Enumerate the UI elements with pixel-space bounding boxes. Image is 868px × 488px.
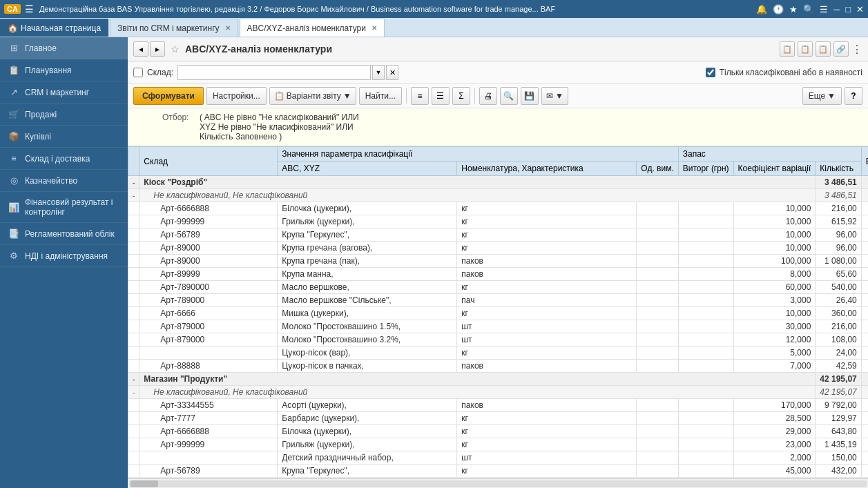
sidebar-item-warehouse[interactable]: ≡ Склад і доставка <box>0 148 128 170</box>
variants-button[interactable]: 📋 Варіанти звіту ▼ <box>269 87 356 105</box>
scroll-track[interactable] <box>129 480 867 487</box>
favorites-icon[interactable]: ★ <box>789 4 798 14</box>
tab-crm-close[interactable]: ✕ <box>225 24 231 32</box>
find-button[interactable]: Найти... <box>359 87 402 105</box>
warehouse-input[interactable] <box>177 65 371 80</box>
table-row[interactable]: Арт-789000 Масло вершкове "Сільське", па… <box>128 294 869 307</box>
table-row[interactable]: Детский праздничный набор, шт 2,000 150,… <box>128 451 869 465</box>
cell-vartist-gr <box>861 255 868 268</box>
expand-cell <box>128 412 139 425</box>
table-row[interactable]: Арт-7890000 Масло вершкове, кг 60,000 54… <box>128 281 869 294</box>
sidebar-item-regulated[interactable]: 📑 Регламентований облік <box>0 223 128 245</box>
form-button[interactable]: Сформувати <box>133 87 204 105</box>
sidebar-item-main[interactable]: ⊞ Главное <box>0 37 128 59</box>
cell-nomenklatura: Молоко "Простоквашино 1.5%, <box>278 320 457 333</box>
sigma-icon-btn[interactable]: Σ <box>452 87 470 105</box>
close-icon[interactable]: ✕ <box>856 4 864 14</box>
cell-vitorh <box>637 399 678 412</box>
forward-button[interactable]: ► <box>150 41 165 57</box>
cell-articul: Арт-56789 <box>139 228 278 242</box>
table-row[interactable]: Арт-999999 Грильяж (цукерки), кг 23,000 … <box>128 438 869 451</box>
table-row[interactable]: Арт-88888 Цукор-пісок в пачках, паков 7,… <box>128 360 869 373</box>
menu-icon[interactable]: ☰ <box>25 3 34 14</box>
email-icon-btn[interactable]: ✉ ▼ <box>541 87 568 105</box>
data-content[interactable]: Отбор: ( ABC Не рівно "Не класифікований… <box>128 108 868 478</box>
save-icon-btn[interactable]: 📋 <box>816 41 831 57</box>
list2-icon-btn[interactable]: ☰ <box>432 87 450 105</box>
copy-icon-btn[interactable]: 📋 <box>780 41 795 57</box>
maximize-icon[interactable]: □ <box>845 4 851 14</box>
expand-cell[interactable]: - <box>128 386 139 399</box>
sidebar-item-sales[interactable]: 🛒 Продажі <box>0 104 128 126</box>
expand-cell[interactable]: - <box>128 189 139 202</box>
th-vitorh: Виторг (грн) <box>678 162 733 176</box>
table-row[interactable]: Арт-56789 Крупа "Геркулес", кг 45,000 43… <box>128 465 869 478</box>
notification-icon[interactable]: 🔔 <box>756 4 767 14</box>
minimize-icon[interactable]: ─ <box>833 4 840 14</box>
more-button[interactable]: Еще ▼ <box>802 87 842 105</box>
th-group-param: Значення параметра класифікації <box>278 147 678 162</box>
table-row[interactable]: Цукор-пісок (вар), кг 5,000 24,00 <box>128 347 869 360</box>
expand-icon[interactable]: - <box>133 179 135 186</box>
sidebar-item-ndi[interactable]: ⚙ НДІ і адміністрування <box>0 245 128 267</box>
warehouse-dropdown-btn[interactable]: ▼ <box>372 65 385 80</box>
sidebar-crm-label: CRM і маркетинг <box>25 88 89 97</box>
sidebar-item-plan[interactable]: 📋 Планування <box>0 59 128 81</box>
expand-cell[interactable]: - <box>128 373 139 386</box>
table-row[interactable]: Арт-999999 Грильяж (цукерки), кг 10,000 … <box>128 215 869 228</box>
table-row[interactable]: Арт-6666888 Білочка (цукерки), кг 10,000… <box>128 202 869 215</box>
table-row[interactable]: Арт-89999 Крупа манна, паков 8,000 65,60 <box>128 268 869 281</box>
expand-cell <box>128 255 139 268</box>
list-icon-btn[interactable]: ≡ <box>411 87 429 105</box>
warehouse-clear-btn[interactable]: ✕ <box>386 65 398 80</box>
table-row[interactable]: Арт-6666 Мишка (цукерки), кг 10,000 360,… <box>128 307 869 320</box>
expand-cell[interactable]: - <box>128 176 139 189</box>
search-icon[interactable]: 🔍 <box>803 4 814 14</box>
cell-vitorh <box>637 412 678 425</box>
scroll-thumb[interactable] <box>131 480 158 487</box>
tab-abc-close[interactable]: ✕ <box>372 24 377 32</box>
bottom-scrollbar[interactable] <box>128 478 868 488</box>
settings-button[interactable]: Настройки... <box>206 87 267 105</box>
history-icon[interactable]: 🕐 <box>773 4 784 14</box>
sidebar-item-purchase[interactable]: 📦 Купівлі <box>0 126 128 148</box>
sidebar-item-treasury[interactable]: ◎ Казначейство <box>0 170 128 192</box>
link-icon-btn[interactable]: 🔗 <box>833 41 849 57</box>
main-layout: ⊞ Главное 📋 Планування ↗ CRM і маркетинг… <box>0 37 868 488</box>
cell-od: шт <box>457 333 637 347</box>
tabs-bar: 🏠 Начальная страница Звіти по CRM і марк… <box>0 18 868 37</box>
view-icon-btn[interactable]: 📋 <box>798 41 813 57</box>
table-row[interactable]: Арт-33344555 Асорті (цукерки), паков 170… <box>128 399 869 412</box>
sidebar-item-finance[interactable]: 📊 Фінансовий результат і контролінг <box>0 192 128 223</box>
table-row[interactable]: Арт-89000 Крупа гречана (вагова), кг 10,… <box>128 242 869 255</box>
table-row[interactable]: Арт-879000 Молоко "Простоквашино 1.5%, ш… <box>128 320 869 333</box>
bookmark-icon[interactable]: ☆ <box>171 43 180 55</box>
table-row[interactable]: Арт-6666888 Білочка (цукерки), кг 29,000… <box>128 425 869 438</box>
sidebar-item-crm[interactable]: ↗ CRM і маркетинг <box>0 81 128 104</box>
table-row[interactable]: Арт-7777 Барбарис (цукерки), кг 28,500 1… <box>128 412 869 425</box>
expand-icon[interactable]: - <box>133 192 135 199</box>
classified-checkbox[interactable] <box>706 68 715 77</box>
cell-koef <box>678 294 733 307</box>
back-button[interactable]: ◄ <box>133 41 148 57</box>
help-button[interactable]: ? <box>845 87 862 105</box>
settings-icon[interactable]: ☰ <box>820 4 828 14</box>
warehouse-checkbox[interactable] <box>133 68 143 77</box>
table-row[interactable]: Арт-89000 Крупа гречана (пак), паков 100… <box>128 255 869 268</box>
table-row[interactable]: Арт-879000 Молоко "Простоквашино 3.2%, ш… <box>128 333 869 347</box>
tab-abc[interactable]: ABC/XYZ-аналіз номенклатури ✕ <box>240 19 385 37</box>
tab-crm[interactable]: Звіти по CRM і маркетингу ✕ <box>110 19 238 37</box>
print-icon-btn[interactable]: 🖨 <box>479 87 497 105</box>
tab-home[interactable]: 🏠 Начальная страница <box>0 19 108 37</box>
th-sklad: Склад <box>139 147 278 176</box>
save-file-icon-btn[interactable]: 💾 <box>521 87 539 105</box>
cell-nomenklatura: Крупа "Геркулес", <box>278 228 457 242</box>
expand-icon[interactable]: - <box>133 375 135 383</box>
cell-koef <box>678 228 733 242</box>
group-vartist-gr <box>861 176 868 189</box>
magnify-icon-btn[interactable]: 🔍 <box>500 87 518 105</box>
expand-icon[interactable]: - <box>133 389 135 396</box>
table-row[interactable]: Арт-56789 Крупа "Геркулес", кг 10,000 96… <box>128 228 869 242</box>
more-icon[interactable]: ⋮ <box>851 43 862 56</box>
cell-koef <box>678 360 733 373</box>
